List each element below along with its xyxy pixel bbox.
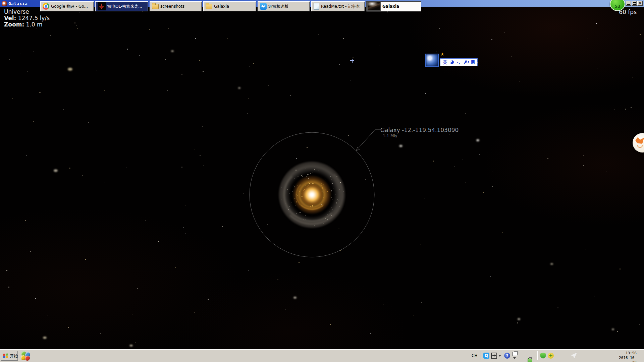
galaxy-speckle bbox=[321, 185, 322, 186]
clock[interactable]: 13:56 2016-10-20 bbox=[616, 351, 637, 362]
fox-icon bbox=[635, 137, 644, 144]
background-star bbox=[8, 287, 9, 288]
ime-launcher-button[interactable]: 启 bbox=[471, 59, 475, 65]
task-button-raiden-ol[interactable]: 雷电OL-虫族来袭... bbox=[95, 1, 148, 11]
ime-button-strip[interactable]: 英 ·, 启 bbox=[440, 58, 478, 66]
galaxy-speckle bbox=[331, 207, 331, 208]
galaxy-speckle bbox=[305, 185, 306, 186]
background-star bbox=[339, 64, 339, 65]
galaxy-speckle bbox=[294, 186, 295, 187]
galaxy-speckle bbox=[287, 189, 288, 190]
galaxy-speckle bbox=[336, 202, 337, 203]
start-button[interactable]: 开始 bbox=[1, 351, 18, 361]
ime-punctuation-button[interactable]: ·, bbox=[457, 60, 460, 65]
galaxy-speckle bbox=[331, 197, 332, 198]
task-button-galaxia-active[interactable]: Galaxia bbox=[366, 1, 421, 11]
task-button-google-translate[interactable]: Google 翻译 - Go... bbox=[40, 1, 94, 11]
galaxy-speckle bbox=[321, 183, 322, 184]
paper-plane-icon[interactable] bbox=[571, 353, 577, 359]
ime-lang-toggle-button[interactable]: 英 bbox=[443, 59, 447, 65]
ime-toolbar-icon[interactable] bbox=[491, 353, 497, 359]
galaxy-speckle bbox=[298, 176, 299, 177]
folder-icon bbox=[206, 4, 212, 9]
background-star bbox=[139, 55, 140, 56]
assistant-ball[interactable] bbox=[633, 133, 644, 153]
background-star bbox=[194, 149, 195, 149]
bright-star-sparkle bbox=[350, 59, 354, 63]
background-star bbox=[230, 78, 231, 78]
galaxia-app-icon bbox=[367, 2, 381, 11]
galaxy-speckle bbox=[306, 169, 306, 169]
maximize-button[interactable] bbox=[632, 1, 637, 6]
quick-launch-pinwheel-icon[interactable] bbox=[21, 351, 30, 361]
background-star bbox=[33, 121, 34, 122]
background-star bbox=[126, 167, 126, 168]
background-star bbox=[185, 205, 185, 205]
raiden-game-icon bbox=[98, 2, 106, 10]
background-star bbox=[200, 155, 201, 156]
window-stack-icon[interactable] bbox=[513, 352, 517, 356]
task-label: screenshots bbox=[160, 4, 184, 9]
galaxy-speckle bbox=[298, 185, 298, 186]
background-star bbox=[557, 307, 558, 308]
background-star bbox=[290, 95, 291, 96]
earth-icon[interactable] bbox=[425, 54, 439, 67]
language-indicator[interactable]: CH bbox=[472, 353, 477, 358]
background-star bbox=[97, 70, 97, 71]
usb-drive-icon[interactable] bbox=[528, 358, 532, 362]
security-shield-icon[interactable] bbox=[540, 353, 546, 359]
background-galaxy bbox=[68, 68, 72, 71]
background-star bbox=[68, 327, 69, 328]
background-star bbox=[343, 38, 344, 39]
background-star bbox=[330, 324, 331, 325]
background-star bbox=[203, 166, 204, 166]
minimize-glyph bbox=[627, 4, 630, 5]
background-star bbox=[272, 229, 272, 229]
galaxy-speckle bbox=[343, 191, 344, 192]
wrench-icon[interactable] bbox=[463, 60, 468, 64]
background-star bbox=[4, 201, 4, 201]
space-viewport[interactable]: Galaxy -12.-119.54.103090 1.1 Mly Univer… bbox=[0, 7, 644, 349]
halfwidth-moon-icon[interactable] bbox=[450, 60, 454, 64]
task-button-xunlei[interactable]: 迅雷极速版 bbox=[258, 1, 310, 11]
background-star bbox=[6, 270, 7, 271]
galaxy-speckle bbox=[309, 183, 310, 184]
background-star bbox=[483, 192, 484, 193]
task-button-screenshots-folder[interactable]: screenshots bbox=[150, 1, 202, 11]
help-icon[interactable]: ? bbox=[504, 353, 510, 359]
background-star bbox=[243, 193, 244, 194]
task-label: Galaxia bbox=[214, 4, 229, 9]
spiral-galaxy[interactable] bbox=[276, 159, 348, 231]
background-star bbox=[127, 49, 128, 50]
background-star bbox=[136, 342, 136, 343]
galaxy-speckle bbox=[281, 187, 281, 188]
task-button-galaxia-folder[interactable]: Galaxia bbox=[203, 1, 256, 11]
galaxy-speckle bbox=[332, 199, 333, 199]
background-star bbox=[195, 38, 196, 39]
hud-zoom: Zoom: 1.0 m bbox=[4, 21, 50, 28]
background-star bbox=[519, 81, 520, 82]
chevron-down-icon[interactable] bbox=[498, 355, 501, 357]
galaxy-speckle bbox=[333, 194, 333, 194]
background-star bbox=[9, 59, 10, 60]
galaxy-speckle bbox=[329, 189, 329, 190]
health-plus-icon[interactable]: + bbox=[548, 353, 554, 359]
background-star bbox=[497, 117, 497, 117]
chrome-icon bbox=[43, 3, 49, 10]
background-galaxy bbox=[550, 263, 553, 265]
minimize-button[interactable] bbox=[626, 1, 631, 6]
background-star bbox=[583, 165, 584, 166]
galaxy-speckle bbox=[308, 182, 309, 183]
chevron-down-icon[interactable] bbox=[513, 357, 516, 359]
task-button-readme-notepad[interactable]: ReadMe.txt - 记事本 bbox=[311, 1, 365, 11]
ime-floating-bar[interactable]: ★ 英 ·, 启 bbox=[425, 53, 478, 68]
background-star bbox=[28, 71, 29, 72]
task-label: ReadMe.txt - 记事本 bbox=[321, 4, 360, 9]
background-star bbox=[181, 167, 182, 168]
galaxy-speckle bbox=[338, 200, 338, 200]
qq-input-icon[interactable]: Q bbox=[483, 353, 489, 359]
background-star bbox=[414, 315, 414, 316]
background-star bbox=[37, 28, 37, 28]
galaxy-speckle bbox=[333, 188, 333, 189]
close-button[interactable]: × bbox=[637, 1, 643, 6]
